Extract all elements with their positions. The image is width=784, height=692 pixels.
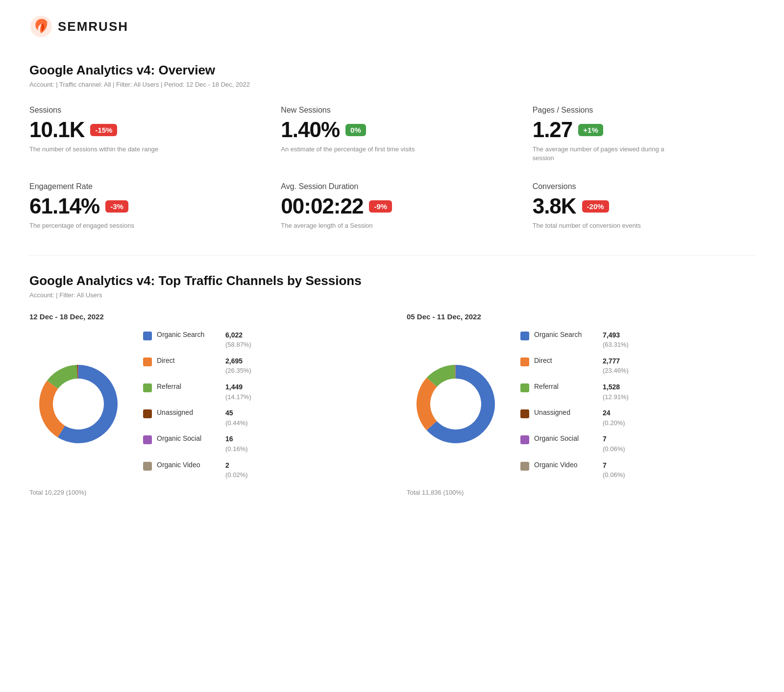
metric-value-sessions: 10.1K xyxy=(29,118,84,142)
legend-channel-name: Unassigned xyxy=(534,408,598,416)
metric-value-new-sessions: 1.40% xyxy=(281,118,340,142)
chart-block-2: 05 Dec - 11 Dec, 2022 Organic Search 7,4… xyxy=(407,312,755,496)
metric-desc-sessions: The number of sessions within the date r… xyxy=(29,145,167,154)
metric-card-conversions: Conversions 3.8K -20% The total number o… xyxy=(533,182,755,230)
legend-values: 7 (0.06%) xyxy=(603,461,625,480)
metric-value-conversions: 3.8K xyxy=(533,194,576,218)
metric-card-new-sessions: New Sessions 1.40% 0% An estimate of the… xyxy=(281,106,503,163)
legend-channel-name: Unassigned xyxy=(157,408,220,416)
metric-value-row-new-sessions: 1.40% 0% xyxy=(281,118,503,142)
legend-color-dot xyxy=(143,332,152,340)
metric-value-pages-sessions: 1.27 xyxy=(533,118,573,142)
legend-values: 7 (0.06%) xyxy=(603,434,625,453)
legend-item: Organic Search 7,493 (63.31%) xyxy=(520,331,755,350)
legend-values: 45 (0.44%) xyxy=(225,408,248,428)
legend-1: Organic Search 6,022 (58.87%) Direct 2,6… xyxy=(143,331,377,480)
legend-channel-name: Organic Video xyxy=(157,461,220,469)
metric-value-row-conversions: 3.8K -20% xyxy=(533,194,755,218)
metric-badge-engagement-rate: -3% xyxy=(105,200,128,213)
legend-color-dot xyxy=(520,358,529,366)
chart-content-2: Organic Search 7,493 (63.31%) Direct 2,7… xyxy=(407,331,755,480)
metric-card-pages-sessions: Pages / Sessions 1.27 +1% The average nu… xyxy=(533,106,755,163)
legend-values: 16 (0.16%) xyxy=(225,434,248,453)
legend-channel-name: Direct xyxy=(534,357,598,364)
legend-color-dot xyxy=(520,435,529,444)
metric-desc-engagement-rate: The percentage of engaged sessions xyxy=(29,221,167,230)
overview-meta: Account: | Traffic channel: All | Filter… xyxy=(29,81,755,88)
legend-color-dot xyxy=(143,462,152,471)
metrics-grid: Sessions 10.1K -15% The number of sessio… xyxy=(29,106,755,231)
legend-item: Organic Video 2 (0.02%) xyxy=(143,461,377,480)
metric-badge-sessions: -15% xyxy=(90,124,117,136)
metric-desc-avg-session: The average length of a Session xyxy=(281,221,418,230)
legend-channel-name: Organic Video xyxy=(534,461,598,469)
legend-channel-name: Organic Search xyxy=(534,331,598,338)
metric-label-pages-sessions: Pages / Sessions xyxy=(533,106,755,115)
charts-row: 12 Dec - 18 Dec, 2022 Organic Search 6,0… xyxy=(29,312,755,496)
metric-label-engagement-rate: Engagement Rate xyxy=(29,182,251,191)
legend-values: 24 (0.20%) xyxy=(603,408,625,428)
legend-item: Unassigned 24 (0.20%) xyxy=(520,408,755,428)
traffic-title: Google Analytics v4: Top Traffic Channel… xyxy=(29,273,755,288)
legend-item: Referral 1,449 (14.17%) xyxy=(143,382,377,402)
legend-color-dot xyxy=(520,332,529,340)
legend-item: Unassigned 45 (0.44%) xyxy=(143,408,377,428)
legend-values: 2 (0.02%) xyxy=(225,461,248,480)
metric-badge-new-sessions: 0% xyxy=(345,124,366,136)
metric-value-row-pages-sessions: 1.27 +1% xyxy=(533,118,755,142)
legend-color-dot xyxy=(143,358,152,366)
legend-channel-name: Organic Search xyxy=(157,331,220,338)
legend-values: 1,449 (14.17%) xyxy=(225,382,251,402)
donut-segment xyxy=(416,378,437,430)
legend-color-dot xyxy=(520,462,529,471)
chart-block-1: 12 Dec - 18 Dec, 2022 Organic Search 6,0… xyxy=(29,312,377,496)
metric-badge-avg-session: -9% xyxy=(369,200,392,213)
metric-label-avg-session: Avg. Session Duration xyxy=(281,182,503,191)
chart-content-1: Organic Search 6,022 (58.87%) Direct 2,6… xyxy=(29,331,377,480)
metric-desc-pages-sessions: The average number of pages viewed durin… xyxy=(533,145,670,163)
metric-value-engagement-rate: 61.14% xyxy=(29,194,99,218)
metric-badge-pages-sessions: +1% xyxy=(578,124,603,136)
metric-value-row-sessions: 10.1K -15% xyxy=(29,118,251,142)
legend-color-dot xyxy=(143,435,152,444)
legend-values: 6,022 (58.87%) xyxy=(225,331,251,350)
legend-values: 2,777 (23.46%) xyxy=(603,357,629,376)
logo-text: SEMRUSH xyxy=(58,19,128,34)
traffic-meta: Account: | Filter: All Users xyxy=(29,291,755,299)
section-divider xyxy=(29,255,755,256)
legend-color-dot xyxy=(520,409,529,418)
chart-period-label-2: 05 Dec - 11 Dec, 2022 xyxy=(407,312,755,321)
metric-badge-conversions: -20% xyxy=(582,200,609,213)
legend-item: Organic Social 7 (0.06%) xyxy=(520,434,755,453)
donut-chart-2 xyxy=(407,355,505,455)
legend-color-dot xyxy=(143,383,152,392)
traffic-section: Google Analytics v4: Top Traffic Channel… xyxy=(29,273,755,496)
semrush-logo-icon xyxy=(29,15,53,38)
legend-channel-name: Referral xyxy=(157,382,220,390)
logo-area: SEMRUSH xyxy=(29,15,755,43)
legend-item: Referral 1,528 (12.91%) xyxy=(520,382,755,402)
legend-item: Direct 2,695 (26.35%) xyxy=(143,357,377,376)
metric-label-conversions: Conversions xyxy=(533,182,755,191)
chart-period-label-1: 12 Dec - 18 Dec, 2022 xyxy=(29,312,377,321)
legend-channel-name: Direct xyxy=(157,357,220,364)
overview-title: Google Analytics v4: Overview xyxy=(29,63,755,78)
metric-value-row-engagement-rate: 61.14% -3% xyxy=(29,194,251,218)
legend-item: Direct 2,777 (23.46%) xyxy=(520,357,755,376)
legend-channel-name: Referral xyxy=(534,382,598,390)
legend-values: 1,528 (12.91%) xyxy=(603,382,629,402)
donut-segment xyxy=(39,381,65,437)
donut-chart-1 xyxy=(29,355,127,455)
legend-color-dot xyxy=(143,409,152,418)
legend-item: Organic Search 6,022 (58.87%) xyxy=(143,331,377,350)
legend-2: Organic Search 7,493 (63.31%) Direct 2,7… xyxy=(520,331,755,480)
legend-values: 7,493 (63.31%) xyxy=(603,331,629,350)
legend-channel-name: Organic Social xyxy=(534,434,598,442)
metric-card-sessions: Sessions 10.1K -15% The number of sessio… xyxy=(29,106,251,163)
metric-card-engagement-rate: Engagement Rate 61.14% -3% The percentag… xyxy=(29,182,251,230)
legend-values: 2,695 (26.35%) xyxy=(225,357,251,376)
metric-value-avg-session: 00:02:22 xyxy=(281,194,363,218)
metric-value-row-avg-session: 00:02:22 -9% xyxy=(281,194,503,218)
legend-channel-name: Organic Social xyxy=(157,434,220,442)
legend-color-dot xyxy=(520,383,529,392)
